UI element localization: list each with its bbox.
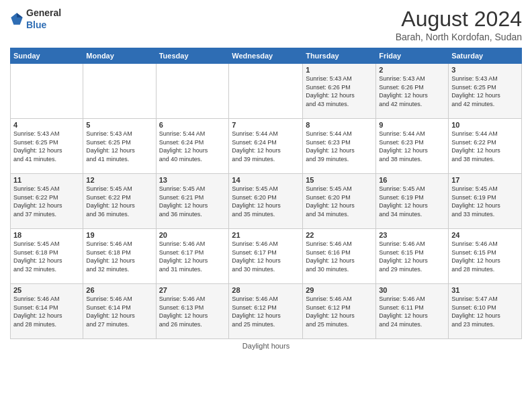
calendar-cell [156, 64, 229, 119]
week-row-3: 11Sunrise: 5:45 AM Sunset: 6:22 PM Dayli… [11, 174, 522, 229]
calendar-cell: 11Sunrise: 5:45 AM Sunset: 6:22 PM Dayli… [11, 174, 83, 229]
day-number: 4 [13, 121, 80, 129]
calendar-cell: 9Sunrise: 5:44 AM Sunset: 6:23 PM Daylig… [376, 119, 449, 174]
calendar-cell: 12Sunrise: 5:45 AM Sunset: 6:22 PM Dayli… [83, 174, 156, 229]
calendar-cell: 16Sunrise: 5:45 AM Sunset: 6:19 PM Dayli… [376, 174, 449, 229]
day-info: Sunrise: 5:43 AM Sunset: 6:26 PM Dayligh… [379, 75, 445, 108]
day-info: Sunrise: 5:46 AM Sunset: 6:15 PM Dayligh… [451, 240, 519, 273]
calendar-cell: 23Sunrise: 5:46 AM Sunset: 6:15 PM Dayli… [376, 229, 449, 284]
day-number: 27 [159, 286, 226, 294]
day-number: 26 [86, 286, 152, 294]
calendar-cell: 21Sunrise: 5:46 AM Sunset: 6:17 PM Dayli… [229, 229, 303, 284]
calendar-cell: 22Sunrise: 5:46 AM Sunset: 6:16 PM Dayli… [303, 229, 376, 284]
day-info: Sunrise: 5:46 AM Sunset: 6:17 PM Dayligh… [232, 240, 300, 273]
day-info: Sunrise: 5:44 AM Sunset: 6:23 PM Dayligh… [306, 130, 373, 163]
logo-text: General Blue [26, 7, 61, 31]
day-number: 2 [379, 66, 445, 74]
page: General Blue August 2024 Barah, North Ko… [0, 0, 532, 411]
day-info: Sunrise: 5:46 AM Sunset: 6:14 PM Dayligh… [13, 295, 80, 328]
calendar-cell: 30Sunrise: 5:46 AM Sunset: 6:11 PM Dayli… [376, 284, 449, 339]
location-title: Barah, North Kordofan, Sudan [396, 32, 522, 42]
day-info: Sunrise: 5:45 AM Sunset: 6:22 PM Dayligh… [13, 185, 80, 218]
logo-blue: Blue [26, 19, 46, 30]
calendar-cell: 8Sunrise: 5:44 AM Sunset: 6:23 PM Daylig… [303, 119, 376, 174]
calendar-cell: 13Sunrise: 5:45 AM Sunset: 6:21 PM Dayli… [156, 174, 229, 229]
logo-general: General [26, 7, 61, 18]
day-number: 28 [232, 286, 300, 294]
day-info: Sunrise: 5:45 AM Sunset: 6:20 PM Dayligh… [306, 185, 373, 218]
day-number: 25 [13, 286, 80, 294]
header-day-friday: Friday [376, 48, 449, 64]
day-info: Sunrise: 5:46 AM Sunset: 6:15 PM Dayligh… [379, 240, 445, 273]
calendar-cell: 4Sunrise: 5:43 AM Sunset: 6:25 PM Daylig… [11, 119, 83, 174]
header: General Blue August 2024 Barah, North Ko… [10, 7, 522, 42]
week-row-5: 25Sunrise: 5:46 AM Sunset: 6:14 PM Dayli… [11, 284, 522, 339]
day-info: Sunrise: 5:47 AM Sunset: 6:10 PM Dayligh… [451, 295, 519, 328]
day-number: 10 [451, 121, 519, 129]
day-info: Sunrise: 5:45 AM Sunset: 6:19 PM Dayligh… [379, 185, 445, 218]
day-number: 31 [451, 286, 519, 294]
calendar-cell: 25Sunrise: 5:46 AM Sunset: 6:14 PM Dayli… [11, 284, 83, 339]
footer: Daylight hours [10, 342, 522, 350]
calendar-cell: 10Sunrise: 5:44 AM Sunset: 6:22 PM Dayli… [449, 119, 522, 174]
calendar-cell: 1Sunrise: 5:43 AM Sunset: 6:26 PM Daylig… [303, 64, 376, 119]
logo-icon [10, 12, 24, 26]
day-number: 21 [232, 231, 300, 239]
day-number: 11 [13, 176, 80, 184]
day-number: 6 [159, 121, 226, 129]
day-info: Sunrise: 5:43 AM Sunset: 6:26 PM Dayligh… [306, 75, 373, 108]
day-info: Sunrise: 5:46 AM Sunset: 6:18 PM Dayligh… [86, 240, 152, 273]
day-info: Sunrise: 5:43 AM Sunset: 6:25 PM Dayligh… [13, 130, 80, 163]
header-day-thursday: Thursday [303, 48, 376, 64]
calendar-cell [11, 64, 83, 119]
calendar-cell: 17Sunrise: 5:45 AM Sunset: 6:19 PM Dayli… [449, 174, 522, 229]
day-number: 9 [379, 121, 445, 129]
header-day-wednesday: Wednesday [229, 48, 303, 64]
footer-text: Daylight hours [242, 342, 290, 350]
day-info: Sunrise: 5:46 AM Sunset: 6:13 PM Dayligh… [159, 295, 226, 328]
calendar-cell: 7Sunrise: 5:44 AM Sunset: 6:24 PM Daylig… [229, 119, 303, 174]
calendar-cell: 24Sunrise: 5:46 AM Sunset: 6:15 PM Dayli… [449, 229, 522, 284]
logo: General Blue [10, 7, 61, 31]
day-info: Sunrise: 5:44 AM Sunset: 6:24 PM Dayligh… [232, 130, 300, 163]
day-info: Sunrise: 5:46 AM Sunset: 6:11 PM Dayligh… [379, 295, 445, 328]
day-info: Sunrise: 5:44 AM Sunset: 6:22 PM Dayligh… [451, 130, 519, 163]
day-number: 8 [306, 121, 373, 129]
header-day-sunday: Sunday [11, 48, 83, 64]
calendar-cell: 15Sunrise: 5:45 AM Sunset: 6:20 PM Dayli… [303, 174, 376, 229]
header-day-tuesday: Tuesday [156, 48, 229, 64]
day-info: Sunrise: 5:46 AM Sunset: 6:12 PM Dayligh… [232, 295, 300, 328]
month-title: August 2024 [396, 7, 522, 32]
day-number: 22 [306, 231, 373, 239]
week-row-2: 4Sunrise: 5:43 AM Sunset: 6:25 PM Daylig… [11, 119, 522, 174]
header-day-saturday: Saturday [449, 48, 522, 64]
day-info: Sunrise: 5:46 AM Sunset: 6:16 PM Dayligh… [306, 240, 373, 273]
header-row: SundayMondayTuesdayWednesdayThursdayFrid… [11, 48, 522, 64]
day-number: 14 [232, 176, 300, 184]
calendar-header: SundayMondayTuesdayWednesdayThursdayFrid… [11, 48, 522, 64]
day-number: 5 [86, 121, 152, 129]
calendar-cell: 14Sunrise: 5:45 AM Sunset: 6:20 PM Dayli… [229, 174, 303, 229]
calendar-cell: 5Sunrise: 5:43 AM Sunset: 6:25 PM Daylig… [83, 119, 156, 174]
calendar-cell [83, 64, 156, 119]
day-number: 3 [451, 66, 519, 74]
day-number: 23 [379, 231, 445, 239]
day-number: 18 [13, 231, 80, 239]
day-info: Sunrise: 5:44 AM Sunset: 6:23 PM Dayligh… [379, 130, 445, 163]
calendar-cell: 18Sunrise: 5:45 AM Sunset: 6:18 PM Dayli… [11, 229, 83, 284]
day-info: Sunrise: 5:43 AM Sunset: 6:25 PM Dayligh… [451, 75, 519, 108]
day-info: Sunrise: 5:46 AM Sunset: 6:17 PM Dayligh… [159, 240, 226, 273]
calendar-cell: 20Sunrise: 5:46 AM Sunset: 6:17 PM Dayli… [156, 229, 229, 284]
day-info: Sunrise: 5:46 AM Sunset: 6:14 PM Dayligh… [86, 295, 152, 328]
week-row-4: 18Sunrise: 5:45 AM Sunset: 6:18 PM Dayli… [11, 229, 522, 284]
day-number: 17 [451, 176, 519, 184]
calendar-cell: 27Sunrise: 5:46 AM Sunset: 6:13 PM Dayli… [156, 284, 229, 339]
day-info: Sunrise: 5:45 AM Sunset: 6:18 PM Dayligh… [13, 240, 80, 273]
day-number: 13 [159, 176, 226, 184]
day-number: 30 [379, 286, 445, 294]
calendar-table: SundayMondayTuesdayWednesdayThursdayFrid… [10, 48, 522, 339]
day-info: Sunrise: 5:45 AM Sunset: 6:20 PM Dayligh… [232, 185, 300, 218]
day-number: 29 [306, 286, 373, 294]
calendar-cell: 6Sunrise: 5:44 AM Sunset: 6:24 PM Daylig… [156, 119, 229, 174]
week-row-1: 1Sunrise: 5:43 AM Sunset: 6:26 PM Daylig… [11, 64, 522, 119]
